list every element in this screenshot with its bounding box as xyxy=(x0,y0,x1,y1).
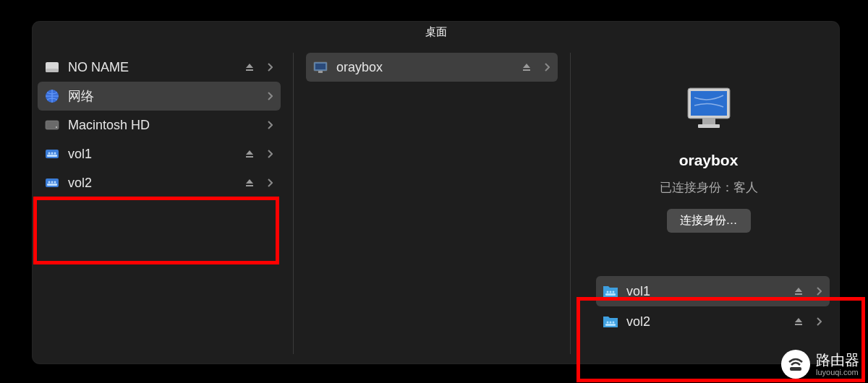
share-label: vol2 xyxy=(68,176,236,191)
eject-icon[interactable] xyxy=(520,61,533,74)
window-title: 桌面 xyxy=(425,25,447,39)
svg-rect-15 xyxy=(47,184,57,186)
device-list: NO NAME 网络 xyxy=(36,47,282,203)
eject-icon[interactable] xyxy=(792,315,805,328)
chevron-right-icon xyxy=(815,287,822,296)
drive-item-noname[interactable]: NO NAME xyxy=(38,53,281,82)
svg-point-27 xyxy=(607,322,609,324)
svg-rect-17 xyxy=(315,64,326,69)
svg-rect-22 xyxy=(698,124,720,128)
share-folder-vol1[interactable]: vol1 xyxy=(596,276,830,306)
window-titlebar: 桌面 xyxy=(33,22,839,43)
network-item[interactable]: 网络 xyxy=(38,82,281,111)
chevron-right-icon xyxy=(266,63,273,72)
chevron-right-icon xyxy=(266,92,273,100)
eject-icon[interactable] xyxy=(792,285,805,298)
share-item-vol1[interactable]: vol1 xyxy=(38,139,281,168)
svg-point-24 xyxy=(610,291,612,293)
server-name: oraybox xyxy=(679,152,739,169)
computer-large-icon xyxy=(684,87,734,130)
finder-window: 桌面 NO NAME xyxy=(33,22,839,363)
svg-point-8 xyxy=(51,152,54,155)
finder-columns: NO NAME 网络 xyxy=(33,43,839,363)
svg-point-25 xyxy=(613,291,615,293)
chevron-right-icon xyxy=(266,121,273,129)
hdd-icon xyxy=(43,116,61,134)
watermark-url: luyouqi.com xyxy=(816,368,859,376)
host-label: oraybox xyxy=(336,60,513,75)
eject-icon[interactable] xyxy=(243,61,256,74)
eject-icon[interactable] xyxy=(243,147,256,160)
share-folder-icon xyxy=(602,313,619,330)
connection-status: 已连接身份：客人 xyxy=(660,179,758,196)
server-info-panel: oraybox 已连接身份：客人 连接身份… xyxy=(582,47,835,233)
network-label: 网络 xyxy=(68,87,259,105)
watermark-title: 路由器 xyxy=(816,352,859,368)
watermark: 路由器 luyouqi.com xyxy=(781,350,859,379)
column-divider[interactable] xyxy=(293,53,294,354)
computer-icon xyxy=(312,59,329,76)
watermark-text: 路由器 luyouqi.com xyxy=(816,352,859,376)
host-item-oraybox[interactable]: oraybox xyxy=(306,53,558,82)
chevron-right-icon xyxy=(815,317,822,326)
svg-rect-21 xyxy=(702,119,715,124)
column-divider[interactable] xyxy=(570,53,571,354)
svg-rect-10 xyxy=(47,155,57,157)
share-label: vol1 xyxy=(68,147,236,162)
svg-point-12 xyxy=(48,181,51,184)
svg-point-29 xyxy=(613,322,615,324)
share-drive-icon xyxy=(43,174,61,192)
watermark-router-icon xyxy=(781,350,810,379)
connect-as-button[interactable]: 连接身份… xyxy=(667,209,751,233)
share-folder-label: vol2 xyxy=(626,314,785,330)
drive-label: NO NAME xyxy=(68,60,236,75)
share-drive-icon xyxy=(43,145,61,163)
svg-rect-31 xyxy=(790,367,801,371)
network-host-list: oraybox xyxy=(305,47,559,87)
annotation-highlight xyxy=(33,197,279,264)
drive-item-macintoshhd[interactable]: Macintosh HD xyxy=(38,111,281,139)
svg-point-14 xyxy=(54,181,56,184)
svg-point-23 xyxy=(607,291,609,293)
share-folder-icon xyxy=(602,283,619,300)
share-list: vol1 vol2 xyxy=(582,233,835,337)
removable-drive-icon xyxy=(43,59,61,76)
share-folder-label: vol1 xyxy=(626,284,785,299)
svg-rect-26 xyxy=(605,293,616,296)
svg-point-13 xyxy=(51,181,54,184)
svg-point-7 xyxy=(48,152,51,155)
svg-point-9 xyxy=(54,152,56,155)
eject-icon[interactable] xyxy=(243,176,256,189)
chevron-right-icon xyxy=(266,150,273,158)
svg-point-28 xyxy=(610,322,612,324)
network-globe-icon xyxy=(43,87,61,105)
column-network-hosts: oraybox xyxy=(305,47,559,360)
chevron-right-icon xyxy=(543,63,550,72)
column-devices: NO NAME 网络 xyxy=(36,47,282,360)
svg-rect-1 xyxy=(46,69,59,72)
svg-rect-30 xyxy=(605,324,616,326)
svg-point-5 xyxy=(56,126,57,128)
svg-rect-18 xyxy=(318,71,323,73)
drive-label: Macintosh HD xyxy=(68,118,259,133)
chevron-right-icon xyxy=(266,178,273,187)
svg-rect-3 xyxy=(46,121,59,129)
column-server-detail: oraybox 已连接身份：客人 连接身份… vol1 xyxy=(582,47,835,360)
share-item-vol2[interactable]: vol2 xyxy=(38,168,281,197)
share-folder-vol2[interactable]: vol2 xyxy=(596,306,830,337)
